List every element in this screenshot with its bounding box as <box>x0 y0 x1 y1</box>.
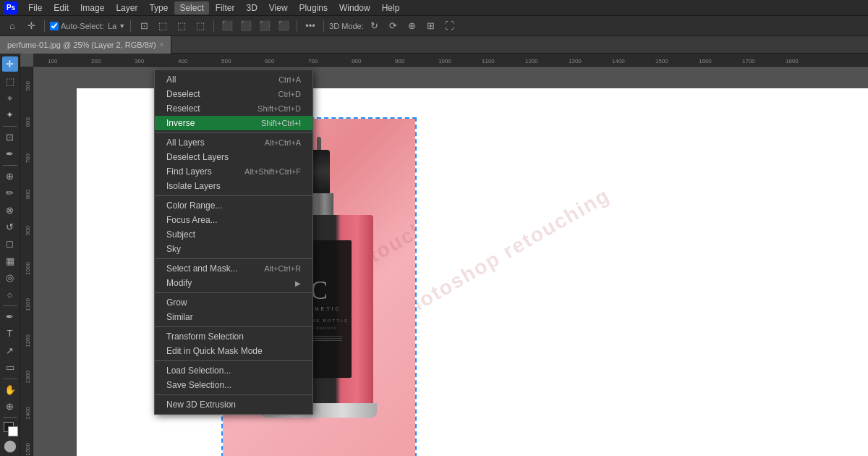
modify-submenu-arrow: ▶ <box>295 279 301 287</box>
clone-tool[interactable]: ⊗ <box>2 202 18 217</box>
selection-tool[interactable]: ⬚ <box>2 73 18 88</box>
distribute-icon1[interactable]: ⬛ <box>219 18 235 34</box>
menu-image[interactable]: Image <box>75 1 109 14</box>
blur-tool[interactable]: ◎ <box>2 270 18 285</box>
more-options-icon[interactable]: ••• <box>302 18 318 34</box>
menu-file[interactable]: File <box>23 1 47 14</box>
menu-window[interactable]: Window <box>334 1 375 14</box>
history-brush-tool[interactable]: ↺ <box>2 219 18 235</box>
menu-item-edit-quick-mask-label: Edit in Quick Mask Mode <box>166 346 263 356</box>
menu-item-transform-selection-label: Transform Selection <box>166 332 244 342</box>
menu-item-find-layers[interactable]: Find Layers Alt+Shift+Ctrl+F <box>155 164 312 179</box>
menu-item-select-and-mask[interactable]: Select and Mask... Alt+Ctrl+R <box>155 261 312 276</box>
menu-plugins[interactable]: Plugins <box>294 1 333 14</box>
menu-item-modify[interactable]: Modify ▶ <box>155 276 312 290</box>
menu-3d[interactable]: 3D <box>241 1 262 14</box>
align-right-icon[interactable]: ⬚ <box>192 18 208 34</box>
menu-item-modify-label: Modify <box>166 278 192 288</box>
menu-item-all-layers[interactable]: All Layers Alt+Ctrl+A <box>155 135 312 150</box>
menu-item-subject[interactable]: Subject <box>155 227 312 242</box>
brush-tool[interactable]: ✏ <box>2 185 18 200</box>
eraser-tool[interactable]: ◻ <box>2 236 18 251</box>
menu-item-load-selection[interactable]: Load Selection... <box>155 363 312 378</box>
menu-item-load-selection-label: Load Selection... <box>166 366 231 376</box>
menu-item-transform-selection[interactable]: Transform Selection <box>155 329 312 344</box>
path-select-tool[interactable]: ↗ <box>2 343 18 358</box>
healing-tool[interactable]: ⊕ <box>2 168 18 183</box>
distribute-icon3[interactable]: ⬛ <box>257 18 273 34</box>
menu-item-isolate-layers[interactable]: Isolate Layers <box>155 179 312 193</box>
3d-scale-icon[interactable]: ⛶ <box>442 18 458 34</box>
menu-item-sky[interactable]: Sky <box>155 242 312 256</box>
magic-wand-tool[interactable]: ✦ <box>2 107 18 122</box>
lasso-tool[interactable]: ⌖ <box>2 90 18 106</box>
separator3 <box>155 258 312 259</box>
quick-mask-mode[interactable]: ⬤ <box>2 438 18 453</box>
eyedropper-tool[interactable]: ✒ <box>2 146 18 161</box>
menu-item-inverse[interactable]: Inverse Shift+Ctrl+I <box>155 116 312 130</box>
menu-item-deselect-shortcut: Ctrl+D <box>278 90 301 98</box>
menu-item-grow[interactable]: Grow <box>155 295 312 310</box>
menu-item-grow-label: Grow <box>166 297 187 308</box>
menu-select[interactable]: Select <box>174 1 208 14</box>
menu-item-deselect-layers-label: Deselect Layers <box>166 152 229 162</box>
3d-rotate-icon[interactable]: ↻ <box>367 18 383 34</box>
move-tool-icon[interactable]: ✛ <box>23 18 39 34</box>
menu-edit[interactable]: Edit <box>48 1 74 14</box>
menu-item-similar[interactable]: Similar <box>155 310 312 324</box>
separator2 <box>130 20 131 32</box>
gradient-tool[interactable]: ▦ <box>2 253 18 269</box>
separator1 <box>155 132 312 133</box>
home-icon[interactable]: ⌂ <box>4 18 20 34</box>
menu-item-all-layers-label: All Layers <box>166 138 205 148</box>
separator4 <box>155 292 312 293</box>
auto-select-value[interactable]: La <box>108 22 116 30</box>
shape-tool[interactable]: ▭ <box>2 360 18 375</box>
menu-help[interactable]: Help <box>377 1 405 14</box>
hand-tool[interactable]: ✋ <box>2 381 18 397</box>
transform-controls-icon[interactable]: ⊡ <box>136 18 152 34</box>
menu-type[interactable]: Type <box>144 1 173 14</box>
distribute-icon2[interactable]: ⬛ <box>238 18 254 34</box>
tool-separator4 <box>3 379 17 379</box>
3d-slide-icon[interactable]: ⊞ <box>423 18 439 34</box>
3d-roll-icon[interactable]: ⟳ <box>386 18 401 34</box>
menu-item-color-range[interactable]: Color Range... <box>155 198 312 213</box>
crop-tool[interactable]: ⊡ <box>2 130 18 145</box>
auto-select-label: Auto-Select: <box>61 22 104 30</box>
auto-select-dropdown-icon[interactable]: ▼ <box>119 22 125 30</box>
menu-layer[interactable]: Layer <box>111 1 142 14</box>
pen-tool[interactable]: ✒ <box>2 309 18 324</box>
align-center-icon[interactable]: ⬚ <box>174 18 190 34</box>
move-tool[interactable]: ✛ <box>2 56 18 72</box>
menu-item-deselect[interactable]: Deselect Ctrl+D <box>155 87 312 101</box>
separator7 <box>155 394 312 395</box>
separator5 <box>155 326 312 327</box>
text-tool[interactable]: T <box>2 326 18 341</box>
menu-item-all-layers-shortcut: Alt+Ctrl+A <box>265 138 301 147</box>
align-left-icon[interactable]: ⬚ <box>155 18 171 34</box>
menu-item-reselect-shortcut: Shift+Ctrl+D <box>258 104 301 113</box>
menu-view[interactable]: View <box>264 1 293 14</box>
auto-select-checkbox[interactable] <box>50 22 59 30</box>
menu-item-deselect-layers[interactable]: Deselect Layers <box>155 150 312 164</box>
document-tab[interactable]: perfume-01.jpg @ 25% (Layer 2, RGB/8#) × <box>0 36 171 54</box>
zoom-tool[interactable]: ⊕ <box>2 399 18 414</box>
menu-item-edit-quick-mask[interactable]: Edit in Quick Mask Mode <box>155 344 312 358</box>
ruler-top: 100 200 300 400 500 600 700 800 900 1000… <box>33 54 868 67</box>
foreground-background-color[interactable] <box>2 421 18 436</box>
dodge-tool[interactable]: ○ <box>2 287 18 302</box>
menu-filter[interactable]: Filter <box>210 1 240 14</box>
menu-item-reselect[interactable]: Reselect Shift+Ctrl+D <box>155 101 312 116</box>
menu-bar: Ps File Edit Image Layer Type Select Fil… <box>0 0 868 16</box>
tab-close-button[interactable]: × <box>160 41 164 48</box>
menu-item-focus-area[interactable]: Focus Area... <box>155 213 312 227</box>
distribute-icon4[interactable]: ⬛ <box>276 18 292 34</box>
left-toolbar: ✛ ⬚ ⌖ ✦ ⊡ ✒ ⊕ ✏ ⊗ ↺ ◻ ▦ ◎ ○ ✒ T ↗ ▭ ✋ ⊕ … <box>0 54 20 456</box>
menu-item-inverse-shortcut: Shift+Ctrl+I <box>261 119 301 127</box>
3d-drag-icon[interactable]: ⊕ <box>404 18 420 34</box>
menu-item-new-3d-extrusion[interactable]: New 3D Extrusion <box>155 397 312 412</box>
tool-separator1 <box>3 126 17 127</box>
menu-item-save-selection[interactable]: Save Selection... <box>155 378 312 392</box>
menu-item-all[interactable]: All Ctrl+A <box>155 72 312 87</box>
